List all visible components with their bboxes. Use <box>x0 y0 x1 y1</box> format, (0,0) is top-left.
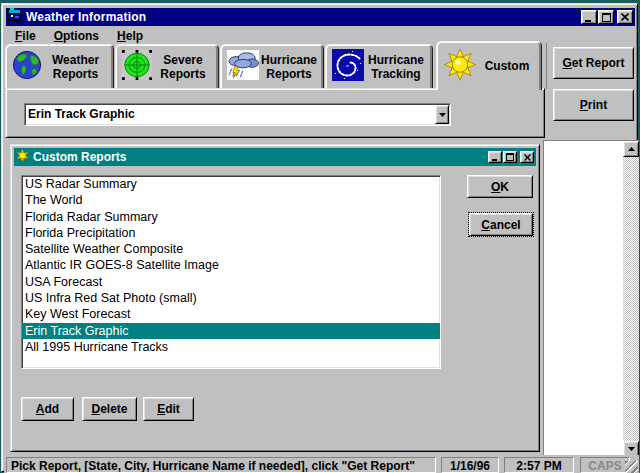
label-line1: Hurricane <box>368 53 424 67</box>
minimize-button[interactable] <box>581 10 597 24</box>
weather-information-window: Weather Information File Options Help <box>1 3 638 472</box>
custom-reports-list[interactable]: US Radar Summary The World Florida Radar… <box>21 175 441 369</box>
label-post: ancel <box>490 218 521 232</box>
label-post: et Report <box>572 56 625 70</box>
storm-icon <box>227 50 259 84</box>
window-title: Weather Information <box>26 10 580 24</box>
menu-help[interactable]: Help <box>108 28 152 45</box>
list-item[interactable]: The World <box>22 192 440 208</box>
tab-severe-reports[interactable]: SevereReports <box>115 44 219 89</box>
label-accel: O <box>54 29 63 43</box>
list-item[interactable]: Key West Forecast <box>22 306 440 322</box>
get-report-button[interactable]: Get Report <box>553 47 634 79</box>
arrow-up-icon <box>628 147 635 151</box>
close-icon <box>621 13 629 21</box>
add-button[interactable]: Add <box>21 397 74 421</box>
label-accel: C <box>481 218 490 232</box>
label-post: rint <box>588 98 607 112</box>
delete-button[interactable]: Delete <box>82 397 137 421</box>
label-line2: Reports <box>266 67 311 81</box>
arrow-down-icon <box>628 447 635 451</box>
label-post: dd <box>45 402 60 416</box>
small-sun-icon <box>16 148 29 166</box>
minimize-icon <box>585 13 593 22</box>
ok-button[interactable]: OK <box>467 175 533 198</box>
tab-label: SevereReports <box>152 53 218 81</box>
scroll-up-button[interactable] <box>623 141 639 157</box>
list-item[interactable]: All 1995 Hurricane Tracks <box>22 339 440 355</box>
statusbar: Pick Report, [State, City, Hurricane Nam… <box>4 455 639 473</box>
label-accel: A <box>36 402 45 416</box>
button-label: OK <box>491 180 509 194</box>
cancel-button[interactable]: Cancel <box>469 213 533 236</box>
status-caps-indicator: CAPS <box>580 457 630 473</box>
globe-icon <box>12 50 42 84</box>
label-post: ptions <box>63 29 99 43</box>
label-line1: Weather <box>52 53 99 67</box>
label-line1: Hurricane <box>261 53 317 67</box>
maximize-button[interactable] <box>598 10 614 24</box>
close-icon <box>524 154 531 161</box>
tab-label: WeatherReports <box>42 53 113 81</box>
label-line2: Reports <box>160 67 205 81</box>
list-item[interactable]: Atlantic IR GOES-8 Satellite Image <box>22 257 440 273</box>
maximize-icon <box>602 13 611 22</box>
tab-label: Custom <box>477 59 541 73</box>
radar-icon <box>122 50 152 84</box>
status-message: Pick Report, [State, City, Hurricane Nam… <box>6 457 436 473</box>
vertical-scrollbar[interactable] <box>623 141 639 457</box>
list-item[interactable]: Florida Radar Summary <box>22 209 440 225</box>
hurricane-icon <box>332 49 364 85</box>
list-item[interactable]: US Radar Summary <box>22 176 440 192</box>
maximize-icon <box>506 153 514 161</box>
dialog-minimize-button[interactable] <box>488 151 502 163</box>
weather-app-icon <box>8 8 22 26</box>
menu-file[interactable]: File <box>6 28 45 45</box>
resize-grip[interactable] <box>625 461 638 473</box>
minimize-icon <box>492 153 499 161</box>
label-post: ile <box>22 29 35 43</box>
window-titlebar[interactable]: Weather Information <box>6 8 635 26</box>
list-item[interactable]: Florida Precipitation <box>22 225 440 241</box>
button-label: Add <box>36 402 59 416</box>
sun-icon <box>443 48 477 85</box>
label-accel: D <box>91 402 100 416</box>
label-line2: Tracking <box>371 67 420 81</box>
label-post: dit <box>165 402 180 416</box>
dialog-maximize-button[interactable] <box>503 151 517 163</box>
dialog-close-button[interactable] <box>520 151 534 163</box>
button-label: Cancel <box>481 218 520 232</box>
menu-options[interactable]: Options <box>45 28 108 45</box>
tab-label: HurricaneTracking <box>364 53 432 81</box>
dialog-title: Custom Reports <box>33 150 487 164</box>
print-button[interactable]: Print <box>553 89 634 121</box>
button-label: Print <box>580 98 607 112</box>
report-combobox[interactable]: Erin Track Graphic <box>24 103 451 126</box>
edit-button[interactable]: Edit <box>143 397 194 421</box>
label-line1: Custom <box>485 59 530 73</box>
dropdown-arrow-icon <box>439 113 446 117</box>
label-accel: G <box>562 56 571 70</box>
status-time: 2:57 PM <box>504 457 574 473</box>
combobox-dropdown-button[interactable] <box>435 105 449 124</box>
list-item[interactable]: Satellite Weather Composite <box>22 241 440 257</box>
button-label: Get Report <box>562 56 624 70</box>
list-item[interactable]: USA Forecast <box>22 274 440 290</box>
label-accel: E <box>157 402 165 416</box>
list-item[interactable]: US Infra Red Sat Photo (small) <box>22 290 440 306</box>
label-accel: P <box>580 98 588 112</box>
custom-reports-dialog: Custom Reports US Radar Summary The Worl… <box>10 144 540 452</box>
close-button[interactable] <box>617 10 633 24</box>
tab-custom[interactable]: Custom <box>436 41 542 90</box>
tab-hurricane-tracking[interactable]: HurricaneTracking <box>325 44 433 89</box>
label-post: elp <box>126 29 143 43</box>
tab-hurricane-reports[interactable]: HurricaneReports <box>220 44 324 89</box>
label-line1: Severe <box>163 53 202 67</box>
combobox-value[interactable]: Erin Track Graphic <box>28 106 432 123</box>
label-accel: O <box>491 180 500 194</box>
dialog-titlebar[interactable]: Custom Reports <box>14 148 536 166</box>
list-item-selected[interactable]: Erin Track Graphic <box>22 323 440 339</box>
button-label: Edit <box>157 402 180 416</box>
tab-weather-reports[interactable]: WeatherReports <box>5 44 114 89</box>
status-date: 1/16/96 <box>441 457 499 473</box>
